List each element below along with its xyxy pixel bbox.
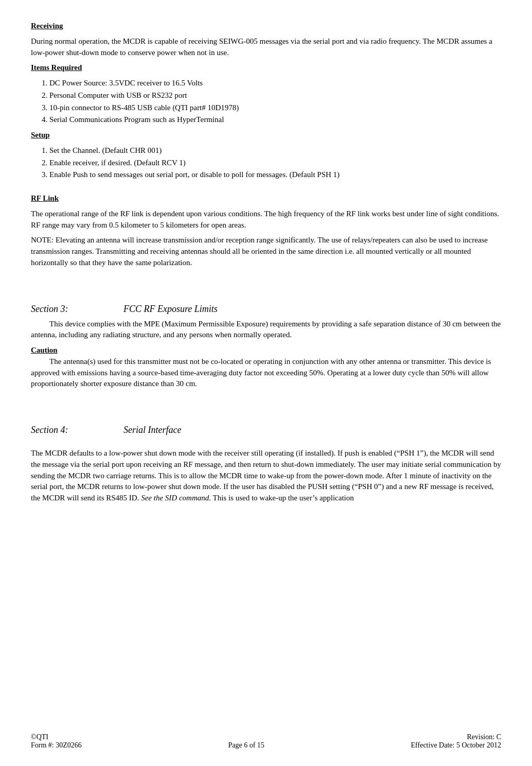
section4-label: Section 4: <box>31 425 123 436</box>
setup-heading: Setup <box>31 130 501 141</box>
setup-list: Set the Channel. (Default CHR 001) Enabl… <box>49 145 501 181</box>
rf-link-paragraph2: NOTE: Elevating an antenna will increase… <box>31 235 501 268</box>
list-item: DC Power Source: 3.5VDC receiver to 16.5… <box>49 78 501 89</box>
footer-effective: Effective Date: 5 October 2012 <box>411 741 501 750</box>
footer-center: Page 6 of 15 <box>228 741 264 750</box>
footer-revision: Revision: C <box>411 733 501 741</box>
section3-paragraph1: This device complies with the MPE (Maxim… <box>31 319 501 341</box>
items-required-list: DC Power Source: 3.5VDC receiver to 16.5… <box>49 78 501 126</box>
rf-link-heading: RF Link <box>31 193 501 204</box>
section4-paragraph1: The MCDR defaults to a low-power shut do… <box>31 448 501 504</box>
footer-left: ©QTI Form #: 30Z0266 <box>31 733 82 750</box>
list-item: 10-pin connector to RS-485 USB cable (QT… <box>49 102 501 114</box>
receiving-paragraph: During normal operation, the MCDR is cap… <box>31 36 501 59</box>
footer-form: Form #: 30Z0266 <box>31 741 82 750</box>
list-item: Serial Communications Program such as Hy… <box>49 114 501 126</box>
list-item: Personal Computer with USB or RS232 port <box>49 90 501 101</box>
list-item: Set the Channel. (Default CHR 001) <box>49 145 501 156</box>
footer-copyright: ©QTI <box>31 733 82 741</box>
receiving-heading: Receiving <box>31 21 501 32</box>
section3-title: FCC RF Exposure Limits <box>123 304 218 315</box>
section3-title-block: Section 3: FCC RF Exposure Limits <box>31 304 501 315</box>
section3-label: Section 3: <box>31 304 123 315</box>
items-required-heading: Items Required <box>31 62 501 74</box>
section4-title: Serial Interface <box>123 425 181 436</box>
list-item: Enable receiver, if desired. (Default RC… <box>49 158 501 169</box>
footer-right: Revision: C Effective Date: 5 October 20… <box>411 733 501 750</box>
page: Receiving During normal operation, the M… <box>0 0 532 766</box>
section4-paragraph1-end: . This is used to wake-up the user’s app… <box>209 494 353 502</box>
caution-heading: Caution <box>31 345 501 356</box>
section3-paragraph2: The antenna(s) used for this transmitter… <box>31 356 501 390</box>
footer: ©QTI Form #: 30Z0266 Page 6 of 15 Revisi… <box>31 733 501 750</box>
section4-title-block: Section 4: Serial Interface <box>31 425 501 436</box>
section4-paragraph1-italic: See the SID command <box>141 494 209 502</box>
footer-page: Page 6 of 15 <box>228 741 264 749</box>
list-item: Enable Push to send messages out serial … <box>49 169 501 181</box>
rf-link-paragraph1: The operational range of the RF link is … <box>31 208 501 231</box>
